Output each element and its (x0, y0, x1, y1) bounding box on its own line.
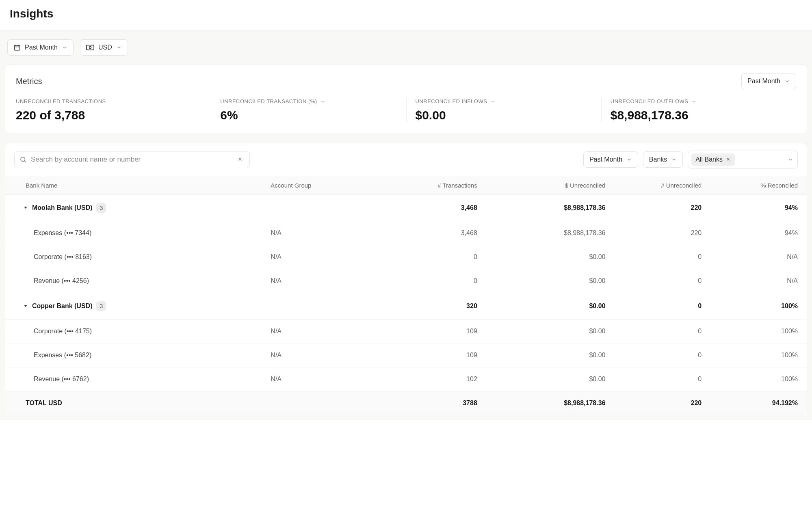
metric-unreconciled-percent[interactable]: UNRECONCILED TRANSACTION (%) → 6% (211, 98, 406, 122)
metrics-range-selector[interactable]: Past Month (741, 73, 796, 89)
table-total-row: TOTAL USD 3788 $8,988,178.36 220 94.192% (5, 391, 807, 415)
col-num-unreconciled[interactable]: # Unreconciled (614, 176, 710, 195)
table-header-row: Bank Name Account Group # Transactions $… (5, 176, 807, 195)
group-dollar-unreconciled: $0.00 (486, 293, 615, 320)
account-count-badge: 3 (96, 203, 106, 213)
date-range-label: Past Month (25, 44, 58, 51)
search-input[interactable] (31, 155, 232, 164)
svg-rect-0 (14, 45, 20, 50)
svg-point-6 (21, 157, 25, 162)
chip-remove-icon[interactable] (726, 156, 731, 163)
currency-icon (86, 45, 94, 50)
row-num-unreconciled: 220 (614, 221, 710, 245)
col-num-transactions[interactable]: # Transactions (374, 176, 486, 195)
svg-marker-12 (24, 207, 27, 209)
chevron-down-icon (62, 45, 67, 50)
row-dollar-unreconciled: $0.00 (486, 343, 615, 367)
group-transactions: 320 (374, 293, 486, 320)
account-name: Expenses (••• 5682) (5, 343, 262, 367)
clear-search-icon[interactable] (236, 156, 245, 163)
calendar-icon (13, 44, 21, 51)
account-count-badge: 3 (96, 301, 106, 311)
table-row[interactable]: Expenses (••• 5682)N/A109$0.000100% (5, 343, 807, 367)
row-transactions: 109 (374, 320, 486, 343)
account-name: Revenue (••• 6762) (5, 367, 262, 391)
group-transactions: 3,468 (374, 195, 486, 221)
currency-selector[interactable]: USD (80, 39, 128, 56)
chevron-down-icon (671, 157, 677, 162)
account-group: N/A (262, 367, 374, 391)
row-dollar-unreconciled: $8,988,178.36 (486, 221, 615, 245)
account-name: Revenue (••• 4256) (5, 269, 262, 293)
group-num-unreconciled: 220 (614, 195, 710, 221)
row-pct-reconciled: 100% (710, 343, 807, 367)
col-dollar-unreconciled[interactable]: $ Unreconciled (486, 176, 615, 195)
row-dollar-unreconciled: $0.00 (486, 269, 615, 293)
row-pct-reconciled: 94% (710, 221, 807, 245)
metric-unreconciled-outflows[interactable]: UNRECONCILED OUTFLOWS → $8,988,178.36 (601, 98, 796, 122)
caret-down-icon (23, 302, 28, 310)
chevron-down-icon (784, 78, 790, 84)
account-group: N/A (262, 343, 374, 367)
account-group: N/A (262, 320, 374, 343)
search-icon (19, 156, 27, 163)
col-bank-name[interactable]: Bank Name (5, 176, 262, 195)
metric-label: UNRECONCILED OUTFLOWS (611, 98, 689, 104)
row-num-unreconciled: 0 (614, 343, 710, 367)
row-num-unreconciled: 0 (614, 367, 710, 391)
account-group: N/A (262, 221, 374, 245)
table-row[interactable]: Revenue (••• 4256)N/A0$0.000N/A (5, 269, 807, 293)
group-dollar-unreconciled: $8,988,178.36 (486, 195, 615, 221)
row-dollar-unreconciled: $0.00 (486, 320, 615, 343)
table-category-filter-label: Banks (649, 156, 667, 163)
svg-marker-13 (24, 305, 27, 307)
chevron-down-icon (116, 45, 122, 50)
bank-name: Copper Bank (USD) (32, 302, 92, 310)
svg-rect-4 (87, 45, 94, 50)
account-group: N/A (262, 245, 374, 269)
table-row[interactable]: Expenses (••• 7344)N/A3,468$8,988,178.36… (5, 221, 807, 245)
table-date-filter-label: Past Month (589, 156, 622, 163)
metric-unreconciled-inflows[interactable]: UNRECONCILED INFLOWS → $0.00 (406, 98, 601, 122)
metric-value: $8,988,178.36 (611, 108, 787, 122)
row-transactions: 109 (374, 343, 486, 367)
bank-name: Moolah Bank (USD) (32, 204, 92, 212)
metric-label: UNRECONCILED INFLOWS (416, 98, 487, 104)
row-dollar-unreconciled: $0.00 (486, 245, 615, 269)
arrow-right-icon: → (320, 98, 325, 104)
group-num-unreconciled: 0 (614, 293, 710, 320)
table-category-filter[interactable]: Banks (643, 151, 683, 168)
svg-line-7 (24, 161, 26, 162)
table-group-row[interactable]: Copper Bank (USD)3320$0.000100% (5, 293, 807, 320)
row-transactions: 3,468 (374, 221, 486, 245)
col-account-group[interactable]: Account Group (262, 176, 374, 195)
row-num-unreconciled: 0 (614, 269, 710, 293)
metrics-range-label: Past Month (747, 78, 780, 85)
row-num-unreconciled: 0 (614, 245, 710, 269)
arrow-right-icon: → (489, 98, 495, 104)
metric-value: 6% (220, 108, 397, 122)
table-row[interactable]: Corporate (••• 4175)N/A109$0.000100% (5, 320, 807, 343)
svg-point-5 (89, 47, 91, 49)
metrics-card: Metrics Past Month UNRECONCILED TRANSACT… (5, 65, 807, 134)
row-pct-reconciled: 100% (710, 320, 807, 343)
table-row[interactable]: Corporate (••• 8163)N/A0$0.000N/A (5, 245, 807, 269)
row-dollar-unreconciled: $0.00 (486, 367, 615, 391)
row-num-unreconciled: 0 (614, 320, 710, 343)
chevron-down-icon (739, 157, 793, 162)
metric-value: 220 of 3,788 (16, 108, 202, 122)
table-row[interactable]: Revenue (••• 6762)N/A102$0.000100% (5, 367, 807, 391)
row-transactions: 102 (374, 367, 486, 391)
metric-label: UNRECONCILED TRANSACTION (%) (220, 98, 317, 104)
table-date-filter[interactable]: Past Month (583, 151, 638, 168)
table-bank-filter[interactable]: All Banks (688, 151, 798, 168)
row-transactions: 0 (374, 245, 486, 269)
page-title: Insights (10, 7, 802, 20)
date-range-selector[interactable]: Past Month (7, 39, 74, 56)
metric-unreconciled-transactions: UNRECONCILED TRANSACTIONS 220 of 3,788 (16, 98, 211, 122)
table-group-row[interactable]: Moolah Bank (USD)33,468$8,988,178.362209… (5, 195, 807, 221)
currency-label: USD (98, 44, 112, 51)
search-field-wrap[interactable] (14, 151, 250, 168)
group-pct-reconciled: 100% (710, 293, 807, 320)
col-pct-reconciled[interactable]: % Reconciled (710, 176, 807, 195)
